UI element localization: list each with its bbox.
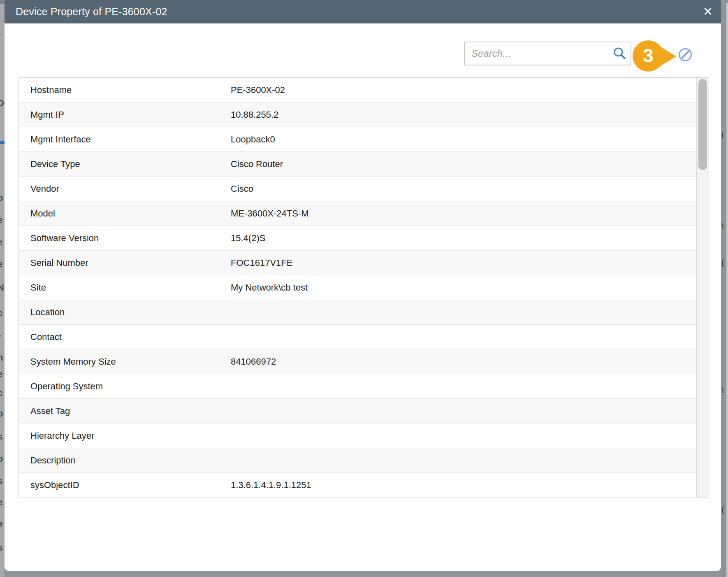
property-table-rows: Hostname PE-3600X-02 Mgmt IP 10.88.255.2… <box>19 78 709 498</box>
row-label: Contact <box>19 332 231 342</box>
row-value: Cisco Router <box>231 159 709 170</box>
background-text-fragment: ( <box>721 258 724 267</box>
background-text-fragment: \ <box>721 386 724 394</box>
dialog-title: Device Property of PE-3600X-02 <box>16 6 167 18</box>
background-notch <box>0 0 5 4</box>
background-text-fragment: s <box>0 477 5 486</box>
row-label: Hostname <box>19 85 231 95</box>
table-row: Operating System <box>19 374 709 399</box>
row-label: Mgmt Interface <box>19 134 231 145</box>
background-text-fragment: D <box>0 99 5 108</box>
table-row: Serial Number FOC1617V1FE <box>19 251 709 275</box>
table-row: Asset Tag <box>19 399 709 423</box>
background-text-fragment: s <box>0 543 5 552</box>
background-left-strip: tDioeeeNcfhecpsosees <box>0 0 5 577</box>
background-text-fragment: e <box>0 260 5 269</box>
table-row: System Memory Size 841066972 <box>19 349 709 374</box>
annotation-step-badge: 3 <box>633 40 664 72</box>
page-scrollbar[interactable] <box>726 3 728 577</box>
annotation-step-number: 3 <box>643 44 654 67</box>
background-text-fragment: e <box>0 519 5 528</box>
background-text-fragment: p <box>0 409 5 418</box>
row-value: 15.4(2)S <box>231 233 709 244</box>
row-label: Mgmt IP <box>19 109 231 120</box>
property-table: Hostname PE-3600X-02 Mgmt IP 10.88.255.2… <box>19 77 709 498</box>
edit-pencil-icon <box>678 47 693 62</box>
close-button[interactable]: ✕ <box>699 2 717 21</box>
background-text-fragment: c <box>0 309 5 318</box>
search-input[interactable] <box>464 42 631 65</box>
row-label: sysObjectID <box>19 480 231 491</box>
row-value: 10.88.255.2 <box>231 109 709 120</box>
table-scrollbar-track[interactable] <box>696 78 709 498</box>
table-row: Device Type Cisco Router <box>19 152 709 177</box>
close-icon: ✕ <box>703 5 713 19</box>
row-value: Cisco <box>231 184 709 194</box>
background-text-fragment: h <box>0 353 5 362</box>
search-box <box>464 42 631 65</box>
row-value: My Network\cb test <box>231 282 709 293</box>
table-row: Model ME-3600X-24TS-M <box>19 201 709 226</box>
background-text-fragment: f <box>0 334 5 343</box>
row-value: Loopback0 <box>231 134 709 145</box>
background-text-fragment: ( <box>721 505 724 514</box>
row-value: 841066972 <box>231 356 709 367</box>
background-text-fragment: o <box>0 193 5 202</box>
background-text-fragment: e <box>0 498 5 507</box>
dialog-header: Device Property of PE-3600X-02 <box>5 0 721 23</box>
background-text-fragment: i <box>721 131 723 139</box>
background-text-fragment: i <box>0 121 5 130</box>
row-label: Vendor <box>19 184 231 194</box>
row-label: Description <box>19 455 231 466</box>
background-text-fragment: t <box>0 27 5 36</box>
row-label: Asset Tag <box>19 406 231 416</box>
table-row: Description <box>19 448 709 473</box>
row-label: Device Type <box>19 159 231 170</box>
background-text-fragment: o <box>0 454 5 463</box>
background-text-fragment: \ <box>721 222 724 230</box>
edit-button[interactable] <box>678 47 693 62</box>
table-row: Hostname PE-3600X-02 <box>19 78 709 102</box>
table-row: Site My Network\cb test <box>19 275 709 300</box>
background-text-fragment <box>0 141 5 144</box>
background-text-fragment: N <box>0 283 5 292</box>
background-text-fragment: c <box>0 389 5 398</box>
background-text-fragment: s <box>0 432 5 441</box>
row-value: ME-3600X-24TS-M <box>231 208 709 219</box>
row-label: Hierarchy Layer <box>19 430 231 441</box>
row-label: Software Version <box>19 233 231 244</box>
row-label: Location <box>19 307 231 318</box>
row-value: FOC1617V1FE <box>231 258 709 268</box>
background-text-fragment: e <box>0 216 5 225</box>
row-value: 1.3.6.1.4.1.9.1.1251 <box>231 480 709 491</box>
table-row: Mgmt Interface Loopback0 <box>19 127 709 152</box>
table-row: Mgmt IP 10.88.255.2 <box>19 102 709 127</box>
background-text-fragment: e <box>0 238 5 247</box>
row-label: Serial Number <box>19 258 231 268</box>
search-icon[interactable] <box>613 47 626 60</box>
row-label: Operating System <box>19 381 231 392</box>
table-row: Vendor Cisco <box>19 177 709 201</box>
table-row: Location <box>19 300 709 325</box>
table-scrollbar-thumb[interactable] <box>698 79 707 170</box>
row-label: System Memory Size <box>19 356 231 367</box>
table-row: Contact <box>19 325 709 349</box>
row-value: PE-3600X-02 <box>231 85 709 95</box>
background-text-fragment: e <box>0 370 5 379</box>
table-row: Hierarchy Layer <box>19 423 709 448</box>
table-row: Software Version 15.4(2)S <box>19 226 709 251</box>
row-label: Model <box>19 208 231 219</box>
table-row: sysObjectID 1.3.6.1.4.1.9.1.1251 <box>19 473 709 498</box>
device-property-dialog: Device Property of PE-3600X-02 ✕ 3 Hostn… <box>5 0 721 571</box>
row-label: Site <box>19 282 231 293</box>
background-right-strip: i\(\( <box>721 0 726 577</box>
